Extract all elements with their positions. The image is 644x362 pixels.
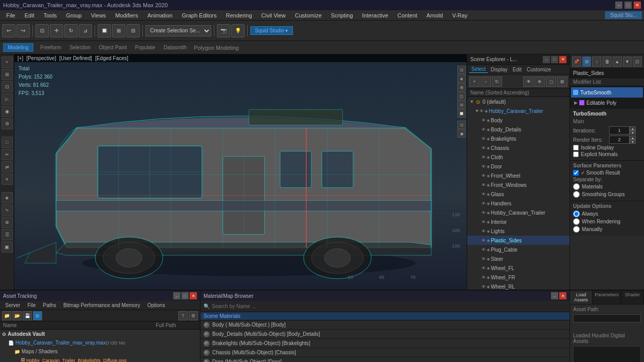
- menu-arnold[interactable]: Arnold: [422, 11, 447, 20]
- scene-delete-btn[interactable]: −: [481, 77, 491, 87]
- viewport-icon-1[interactable]: ⊡: [457, 66, 466, 74]
- material-list[interactable]: Body ( Multi/Sub-Object ) [Body] Body_De…: [200, 320, 569, 362]
- mod-modify-btn[interactable]: ⊞: [582, 56, 592, 67]
- align-icon[interactable]: ≡: [2, 174, 13, 185]
- iterations-down[interactable]: ▼: [630, 130, 636, 135]
- menu-vray[interactable]: V-Ray: [448, 11, 472, 20]
- viewport-icon-3[interactable]: ⊞: [457, 83, 466, 91]
- tree-item-body[interactable]: 👁◈Body: [467, 116, 569, 125]
- tree-item-plug-cable[interactable]: 👁◈Plug_Cable: [467, 245, 569, 254]
- scene-hide-btn[interactable]: ◻: [546, 77, 556, 87]
- render-iters-up[interactable]: ▲: [630, 136, 636, 140]
- motion-icon[interactable]: ▷: [2, 93, 13, 105]
- mod-move-down-btn[interactable]: ▼: [623, 56, 632, 67]
- render-iters-down[interactable]: ▼: [630, 140, 636, 144]
- selection-label[interactable]: Selection: [66, 44, 94, 51]
- light-button[interactable]: 💡: [231, 24, 245, 37]
- smooth-result-checkbox[interactable]: [573, 170, 579, 176]
- close-button[interactable]: ✕: [634, 2, 641, 9]
- scene-display-btn[interactable]: Display: [489, 66, 510, 73]
- maximize-button[interactable]: □: [624, 2, 632, 9]
- material-icon[interactable]: ◈: [2, 192, 13, 203]
- smoothing-radio[interactable]: [573, 191, 580, 198]
- iterations-up[interactable]: ▲: [630, 126, 636, 130]
- mod-move-up-btn[interactable]: ▲: [613, 56, 622, 67]
- mod-history-btn[interactable]: ↕: [592, 56, 601, 67]
- viewport-icon-7[interactable]: ⊡: [457, 121, 466, 129]
- asset-close-btn[interactable]: ✕: [190, 292, 197, 299]
- tree-item-steer[interactable]: 👁◈Steer: [467, 254, 569, 263]
- object-paint-label[interactable]: Object Paint: [96, 44, 130, 51]
- menu-modifiers[interactable]: Modifiers: [111, 11, 142, 20]
- explicit-normals-checkbox[interactable]: [573, 151, 579, 157]
- tree-item-chassis[interactable]: 👁◈Chassis: [467, 143, 569, 153]
- menu-civil-view[interactable]: Civil View: [257, 11, 289, 20]
- freeform-label[interactable]: Freeform: [38, 44, 65, 51]
- menu-tools[interactable]: Tools: [40, 11, 61, 20]
- scene-customize-btn[interactable]: Customize: [525, 66, 553, 73]
- when-rendering-radio[interactable]: [573, 218, 580, 225]
- mod-delete-btn[interactable]: 🗑: [602, 56, 612, 67]
- viewport-icon-2[interactable]: ◈: [457, 74, 466, 83]
- scene-refresh-btn[interactable]: ↻: [492, 77, 502, 87]
- scene-close-btn[interactable]: ✕: [559, 56, 566, 63]
- tree-item-front-windows[interactable]: 👁◈Front_Windows: [467, 180, 569, 189]
- max-file-item[interactable]: 📄 Hobby_Caravan_Trailer_max_vray.max D:\…: [0, 338, 200, 347]
- asset-path-input[interactable]: [573, 314, 641, 322]
- mirror-icon[interactable]: ⇌: [2, 161, 13, 173]
- tree-item-wheel-fl[interactable]: 👁◈Wheel_FL: [467, 263, 569, 273]
- autodesk-vault-item[interactable]: ⊙ Autodesk Vault: [0, 330, 200, 338]
- tree-item-body-details[interactable]: 👁◈Body_Details: [467, 125, 569, 134]
- camera-button[interactable]: 📷: [217, 24, 230, 37]
- mat-door[interactable]: Door (Multi/Sub-Object) [Door]: [200, 357, 569, 362]
- scene-maximize-btn[interactable]: □: [551, 56, 558, 63]
- isoline-checkbox[interactable]: [573, 145, 579, 150]
- redo-button[interactable]: ↪: [16, 24, 30, 37]
- menu-rendering[interactable]: Rendering: [222, 11, 256, 20]
- object-color-icon[interactable]: ▣: [2, 241, 13, 253]
- menu-group[interactable]: Group: [62, 11, 86, 20]
- rotate-button[interactable]: ↻: [64, 24, 78, 37]
- tree-item-wheel-rl[interactable]: 👁◈Wheel_RL: [467, 282, 569, 290]
- scene-add-btn[interactable]: +: [469, 77, 480, 87]
- populate-label[interactable]: Populate: [132, 44, 158, 51]
- scene-tree[interactable]: ▼ ⊙ 0 (default) ▼ 👁 ◈ Hobby_Caravan_Trai…: [467, 97, 569, 290]
- asset-open-btn[interactable]: 📂: [12, 311, 22, 320]
- create-icon[interactable]: +: [2, 56, 13, 68]
- asset-save-btn[interactable]: 💾: [23, 311, 32, 320]
- texture-brakelights-diffuse[interactable]: 🖼 Hobby_Caravan_Trailer_Brakelights_Diff…: [0, 356, 200, 362]
- viewport-icon-5[interactable]: ⊟: [457, 101, 466, 109]
- tree-item-glass[interactable]: 👁◈Glass: [467, 189, 569, 199]
- editable-poly-modifier[interactable]: ▶ Editable Poly: [571, 98, 643, 108]
- menu-scripting[interactable]: Scripting: [327, 11, 357, 20]
- scene-minimize-btn[interactable]: –: [543, 56, 550, 63]
- tree-item-handlers[interactable]: 👁◈Handlers: [467, 199, 569, 208]
- asset-menu-file[interactable]: File: [24, 302, 39, 309]
- mat-close-btn[interactable]: ✕: [559, 292, 566, 299]
- scene-select-btn[interactable]: Select: [469, 66, 488, 73]
- 3d-viewport[interactable]: 60 65 70 100 105 110 ⊡ ◈ ⊞ ◫ ⊟ 🔲: [14, 54, 467, 290]
- viewport-icon-8[interactable]: ◉: [457, 129, 466, 138]
- tab-shader[interactable]: Shader: [621, 291, 644, 304]
- viewport[interactable]: [+] [Perspective] [User Defined] [Edged …: [14, 54, 467, 290]
- asset-settings-btn[interactable]: ⚙: [189, 311, 198, 320]
- asset-menu-bitmap[interactable]: Bitmap Performance and Memory: [60, 302, 143, 309]
- snap2-button[interactable]: ⊞: [112, 24, 125, 37]
- asset-tree[interactable]: ⊙ Autodesk Vault 📄 Hobby_Caravan_Trailer…: [0, 330, 200, 362]
- mod-copy-btn[interactable]: ⊡: [633, 56, 642, 67]
- maps-shaders-item[interactable]: 📁 Maps / Shaders: [0, 347, 200, 356]
- menu-graph-editors[interactable]: Graph Editors: [178, 11, 221, 20]
- menu-views[interactable]: Views: [87, 11, 110, 20]
- snap-button[interactable]: 🔲: [98, 24, 111, 37]
- select-region-icon[interactable]: □: [2, 137, 13, 148]
- mat-chassis[interactable]: Chassis (Multi/Sub-Object) [Chassis]: [200, 348, 569, 357]
- mat-brakelights[interactable]: Brakelights (Multi/Sub-Object) [Brakelig…: [200, 339, 569, 348]
- asset-grid-btn[interactable]: ⊞: [33, 311, 42, 320]
- manually-radio[interactable]: [573, 226, 580, 233]
- menu-animation[interactable]: Animation: [143, 11, 177, 20]
- scene-freeze-btn[interactable]: ❄: [535, 77, 545, 87]
- scene-eye-icon[interactable]: 👁: [523, 77, 533, 87]
- menu-customize[interactable]: Customize: [291, 11, 326, 20]
- always-radio[interactable]: [573, 211, 580, 217]
- asset-menu-options[interactable]: Options: [144, 302, 168, 309]
